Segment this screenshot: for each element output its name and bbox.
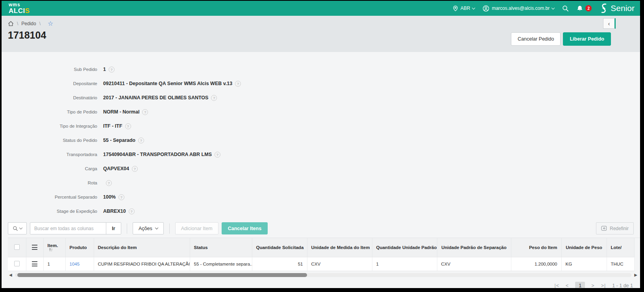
- scroll-right-arrow[interactable]: ▶: [633, 273, 638, 277]
- reset-button[interactable]: Redefinir: [596, 222, 634, 234]
- cell-qtd-unidade-padrao: 1: [372, 257, 437, 271]
- location-selector[interactable]: ABR: [453, 5, 475, 12]
- help-icon[interactable]: ?: [129, 208, 135, 214]
- favorite-star-icon[interactable]: ☆: [48, 20, 53, 27]
- row-checkbox[interactable]: [14, 261, 20, 266]
- user-email: marcos.alves@alcis.com.br: [492, 6, 550, 11]
- user-icon: [483, 5, 489, 12]
- chevron-down-icon: [155, 226, 158, 229]
- help-icon[interactable]: ?: [215, 152, 220, 158]
- col-unidade-peso[interactable]: Unidade de Peso: [561, 238, 607, 257]
- search-go-button[interactable]: Ir: [106, 223, 121, 234]
- user-menu[interactable]: marcos.alves@alcis.com.br: [483, 5, 554, 12]
- col-qtd-solicitada[interactable]: Quantidade Solicitada: [252, 238, 307, 257]
- senior-logo: Senior: [600, 3, 635, 14]
- cancel-items-button[interactable]: Cancelar Itens: [222, 222, 268, 234]
- help-icon[interactable]: ?: [106, 180, 112, 186]
- help-icon[interactable]: ?: [109, 67, 115, 73]
- scroll-left-arrow[interactable]: ◀: [8, 273, 13, 277]
- senior-brand-text: Senior: [611, 4, 635, 13]
- current-page-indicator: 1: [575, 282, 585, 288]
- help-icon[interactable]: ?: [142, 109, 148, 115]
- app-window: wms ALCIS ABR marcos.alves@alcis.com.br: [2, 1, 640, 288]
- location-pin-icon: [453, 5, 458, 12]
- product-link[interactable]: 1045: [70, 262, 80, 266]
- chevron-down-icon: [551, 6, 555, 9]
- add-item-button[interactable]: Adicionar Item: [175, 222, 218, 234]
- cell-item: 1: [43, 257, 65, 271]
- help-icon[interactable]: ?: [118, 194, 124, 200]
- cell-unidade-peso: KG: [561, 257, 607, 271]
- col-unidade-padrao-separacao[interactable]: Unidade Padrão de Separação: [437, 238, 511, 257]
- location-label: ABR: [461, 6, 470, 11]
- items-toolbar: Ir Ações Adicionar Item Cancelar Itens R…: [2, 218, 640, 238]
- sort-icon: [49, 248, 53, 252]
- next-page-button[interactable]: >: [591, 283, 594, 288]
- table-row[interactable]: 1 1045 CUPIM RESFRIADO FRIBOI QA ALTERAÇ…: [8, 257, 634, 271]
- help-icon[interactable]: ?: [132, 166, 138, 172]
- cell-status: 55 - Completamente separa...: [190, 257, 252, 271]
- scrollbar-thumb[interactable]: [17, 273, 307, 277]
- collapse-panel-button[interactable]: ‹: [603, 18, 616, 29]
- prev-page-button[interactable]: <: [566, 283, 569, 288]
- field-tipo-pedido: Tipo de Pedido NORM - Normal ?: [2, 105, 640, 119]
- help-icon[interactable]: ?: [125, 123, 131, 129]
- table-header-row: Item. Produto Descrição do Item Status Q…: [8, 238, 634, 257]
- col-status[interactable]: Status: [190, 238, 252, 257]
- field-rota: Rota ?: [2, 176, 640, 190]
- horizontal-scrollbar: ◀ ▶: [8, 272, 638, 278]
- cell-qtd-solicitada: 51: [252, 257, 307, 271]
- pagination-summary: 1 - 1 de 1: [612, 283, 633, 288]
- row-menu-icon[interactable]: [32, 245, 37, 250]
- field-percentual-separado: Percentual Separado 100% ?: [2, 190, 640, 204]
- pagination: |< < 1 > >| 1 - 1 de 1: [2, 278, 640, 288]
- cell-lote: THUC: [607, 257, 634, 271]
- field-status-pedido: Status do Pedido 55 - Separado ?: [2, 133, 640, 147]
- breadcrumb-item-pedido[interactable]: Pedido: [21, 21, 36, 26]
- row-menu-icon[interactable]: [32, 261, 37, 266]
- col-peso-item[interactable]: Peso do Item: [511, 238, 561, 257]
- cell-unidade-medida: CXV: [307, 257, 372, 271]
- logo-alcis: ALCIS: [9, 7, 30, 15]
- field-stage-expedicao: Stage de Expedição ABREX10 ?: [2, 204, 640, 218]
- last-page-button[interactable]: >|: [601, 283, 606, 288]
- logo-wms: wms: [9, 2, 30, 7]
- field-tipo-integracao: Tipo de Integração ITF - ITF ?: [2, 119, 640, 133]
- field-depositante: Depositante 09210411 - Depositante QA Se…: [2, 76, 640, 91]
- help-icon[interactable]: ?: [138, 138, 144, 143]
- global-search-button[interactable]: [562, 5, 569, 12]
- first-page-button[interactable]: |<: [555, 283, 560, 288]
- chevron-down-icon: [472, 6, 475, 9]
- items-table: Item. Produto Descrição do Item Status Q…: [8, 238, 640, 271]
- notification-count-badge: 2: [585, 5, 592, 11]
- search-input[interactable]: [30, 223, 106, 234]
- field-sub-pedido: Sub Pedido 1 ?: [2, 62, 640, 76]
- order-details-form: Sub Pedido 1 ? Depositante 09210411 - De…: [2, 52, 640, 218]
- notifications-button[interactable]: 2: [577, 5, 592, 12]
- scrollbar-track[interactable]: [15, 273, 632, 277]
- field-transportadora: Transportadora 17540904ABR - TRANSPORTAD…: [2, 147, 640, 162]
- actions-dropdown-button[interactable]: Ações: [133, 222, 164, 234]
- col-unidade-medida[interactable]: Unidade de Medida do Item: [307, 238, 372, 257]
- col-produto[interactable]: Produto: [65, 238, 94, 257]
- col-item[interactable]: Item.: [43, 238, 65, 257]
- col-lote[interactable]: Lote/: [607, 238, 634, 257]
- release-order-button[interactable]: Liberar Pedido: [563, 32, 611, 46]
- col-descricao[interactable]: Descrição do Item: [94, 238, 190, 257]
- select-all-checkbox[interactable]: [14, 244, 20, 250]
- cancel-order-button[interactable]: Cancelar Pedido: [511, 32, 561, 46]
- search-column-selector[interactable]: [8, 222, 27, 234]
- cell-unidade-padrao-separacao: CXV: [437, 257, 511, 271]
- top-bar: wms ALCIS ABR marcos.alves@alcis.com.br: [2, 1, 640, 16]
- help-icon[interactable]: ?: [235, 81, 241, 87]
- cell-descricao: CUPIM RESFRIADO FRIBOI QA ALTERAÇÃO DE..…: [94, 257, 190, 271]
- reset-icon: [601, 226, 607, 231]
- divider: [127, 223, 127, 234]
- help-icon[interactable]: ?: [211, 95, 217, 101]
- home-icon[interactable]: [8, 21, 14, 26]
- field-destinatario: Destinatário 2017 - JANAINA PERES DE OLI…: [2, 91, 640, 105]
- cell-peso-item: 1.200,0000: [511, 257, 561, 271]
- bell-icon: [577, 5, 583, 12]
- col-qtd-unidade-padrao[interactable]: Quantidade Unidade Padrão: [372, 238, 437, 257]
- wms-alcis-logo: wms ALCIS: [9, 2, 30, 14]
